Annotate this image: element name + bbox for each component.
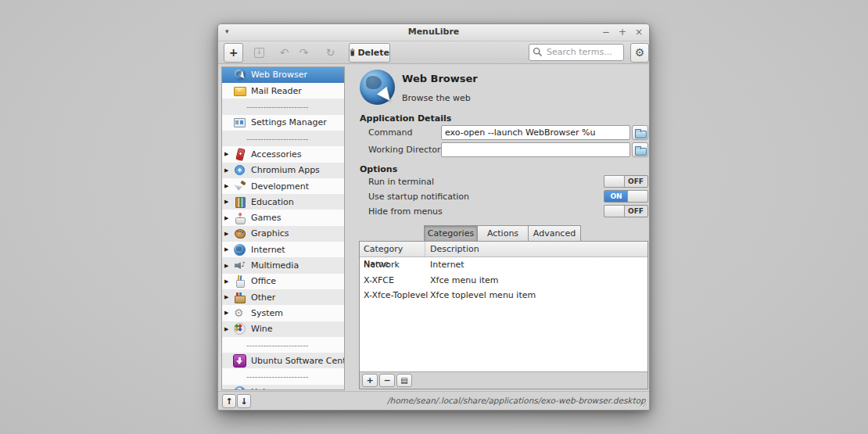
sidebar-item-label: Ubuntu Software Center: [251, 356, 345, 366]
tab-advanced[interactable]: Advanced: [528, 225, 581, 242]
remove-category-button[interactable]: −: [379, 374, 395, 387]
cursor-icon: [238, 71, 249, 83]
tab-categories[interactable]: Categories: [424, 225, 478, 242]
sidebar-item-label: Games: [251, 213, 281, 223]
delete-button[interactable]: Delete: [349, 43, 390, 63]
expander-icon[interactable]: ▶: [224, 310, 233, 316]
save-button[interactable]: [249, 43, 269, 63]
command-browse-button[interactable]: [632, 125, 648, 140]
clear-categories-button[interactable]: ▤: [396, 374, 412, 387]
add-launcher-button[interactable]: +: [224, 43, 243, 63]
table-row-x-xfce-toplevel[interactable]: X-Xfce-ToplevelXfce toplevel menu item: [360, 288, 647, 303]
table-row-network[interactable]: NetworkInternet: [360, 257, 647, 273]
sidebar-item-system[interactable]: ▶System: [222, 305, 344, 321]
sidebar-separator[interactable]: ----------------------: [222, 337, 344, 353]
multimedia-icon: [233, 259, 246, 272]
option-row-run-in-terminal: Run in terminalOFF: [368, 175, 648, 188]
sidebar-item-education[interactable]: ▶Education: [222, 194, 344, 210]
toggle-knob: [604, 205, 625, 217]
sidebar-item-wine[interactable]: ▶Wine: [222, 321, 344, 337]
command-label: Command: [368, 127, 413, 138]
expander-icon[interactable]: ▶: [224, 231, 233, 237]
gear-icon: ⚙: [635, 46, 645, 59]
statusbar: ↑ ↓ /home/sean/.local/share/applications…: [218, 391, 649, 410]
expander-icon[interactable]: ▶: [224, 167, 233, 174]
separator-dashes: ----------------------: [246, 372, 308, 381]
sidebar-item-settings-manager[interactable]: Settings Manager: [222, 115, 344, 131]
arrow-up-icon: ↑: [225, 396, 232, 407]
sidebar-item-office[interactable]: ▶Office: [222, 274, 344, 289]
sidebar-item-multimedia[interactable]: ▶Multimedia: [222, 257, 344, 273]
expander-icon[interactable]: ▶: [224, 263, 233, 269]
category-description-cell: Internet: [429, 260, 464, 270]
launcher-file-path: /home/sean/.local/share/applications/exo…: [387, 396, 646, 405]
settings-gear-button[interactable]: ⚙: [630, 43, 649, 63]
refresh-button[interactable]: ↻: [321, 43, 340, 63]
minimize-button[interactable]: −: [602, 27, 610, 38]
column-header-description[interactable]: Description: [425, 242, 479, 256]
web-browser-app-icon: [359, 69, 396, 106]
clear-icon: ▤: [400, 376, 407, 385]
expander-icon[interactable]: ▶: [224, 294, 233, 300]
launcher-details-panel: Web Browser Browse the web Application D…: [349, 64, 651, 393]
sidebar-item-label: Graphics: [251, 228, 289, 239]
sidebar-item-mail-reader[interactable]: Mail Reader: [222, 83, 344, 99]
close-button[interactable]: ×: [635, 27, 643, 38]
toggle-state-label: OFF: [624, 176, 647, 187]
sidebar-separator[interactable]: ----------------------: [222, 99, 344, 114]
search-input[interactable]: [529, 44, 624, 61]
command-input[interactable]: [441, 125, 630, 140]
folder-icon: [635, 145, 645, 154]
column-header-category-name[interactable]: Category Name: [360, 242, 425, 256]
web-browser-icon: [233, 68, 246, 81]
sidebar-separator[interactable]: ----------------------: [222, 131, 344, 146]
sidebar-item-ubuntu-software-center[interactable]: Ubuntu Software Center: [222, 353, 344, 368]
sidebar-item-development[interactable]: ▶Development: [222, 178, 344, 194]
sidebar-item-label: Settings Manager: [251, 117, 327, 127]
maximize-button[interactable]: +: [619, 27, 626, 38]
table-row-x-xfce[interactable]: X-XFCEXfce menu item: [360, 272, 647, 288]
working-directory-browse-button[interactable]: [632, 142, 648, 157]
toggle-knob: [604, 175, 625, 188]
expander-icon[interactable]: ▶: [224, 246, 233, 253]
sidebar-item-games[interactable]: ▶Games: [222, 210, 344, 225]
titlebar[interactable]: ▾ MenuLibre − + ×: [218, 24, 649, 41]
sidebar-item-chromium-apps[interactable]: ▶Chromium Apps: [222, 163, 344, 178]
sidebar-item-label: Office: [251, 276, 276, 286]
separator-dashes: ----------------------: [246, 102, 308, 111]
hide-from-menus-toggle[interactable]: OFF: [604, 205, 648, 217]
option-row-use-startup-notification: Use startup notificationON: [368, 190, 648, 203]
sidebar-item-graphics[interactable]: ▶Graphics: [222, 226, 344, 242]
expander-icon[interactable]: ▶: [224, 326, 233, 332]
add-category-button[interactable]: +: [362, 374, 378, 387]
move-down-button[interactable]: ↓: [237, 394, 251, 408]
sidebar-item-help[interactable]: Help: [222, 385, 344, 390]
sidebar-separator[interactable]: ----------------------: [222, 368, 344, 384]
undo-icon: ↶: [280, 46, 289, 59]
sidebar-item-other[interactable]: ▶Other: [222, 289, 344, 305]
accessories-icon: [233, 148, 246, 161]
refresh-icon: ↻: [326, 46, 335, 59]
undo-button[interactable]: ↶: [274, 43, 294, 63]
wine-icon: [233, 322, 246, 335]
expander-icon[interactable]: ▶: [224, 151, 233, 157]
expander-icon[interactable]: ▶: [224, 183, 233, 189]
expander-icon[interactable]: ▶: [224, 199, 233, 205]
move-up-button[interactable]: ↑: [222, 394, 236, 408]
expander-icon[interactable]: ▶: [224, 278, 233, 285]
use-startup-notification-toggle[interactable]: ON: [604, 190, 648, 203]
tab-actions[interactable]: Actions: [477, 225, 529, 242]
details-tabs: CategoriesActionsAdvanced: [424, 225, 581, 242]
table-footer: + − ▤: [360, 371, 647, 389]
redo-button[interactable]: ↷: [294, 43, 314, 63]
toolbar: + ↶ ↷ ↻ Delete ⚙: [218, 41, 649, 64]
expander-icon[interactable]: ▶: [224, 215, 233, 221]
window-title: MenuLibre: [218, 27, 649, 37]
save-icon: [254, 48, 264, 58]
sidebar-item-web-browser[interactable]: Web Browser: [222, 67, 344, 83]
working-directory-input[interactable]: [441, 142, 630, 157]
sidebar-item-accessories[interactable]: ▶Accessories: [222, 146, 344, 162]
resize-grip[interactable]: [640, 400, 647, 407]
sidebar-item-internet[interactable]: ▶Internet: [222, 242, 344, 257]
run-in-terminal-toggle[interactable]: OFF: [604, 175, 648, 188]
